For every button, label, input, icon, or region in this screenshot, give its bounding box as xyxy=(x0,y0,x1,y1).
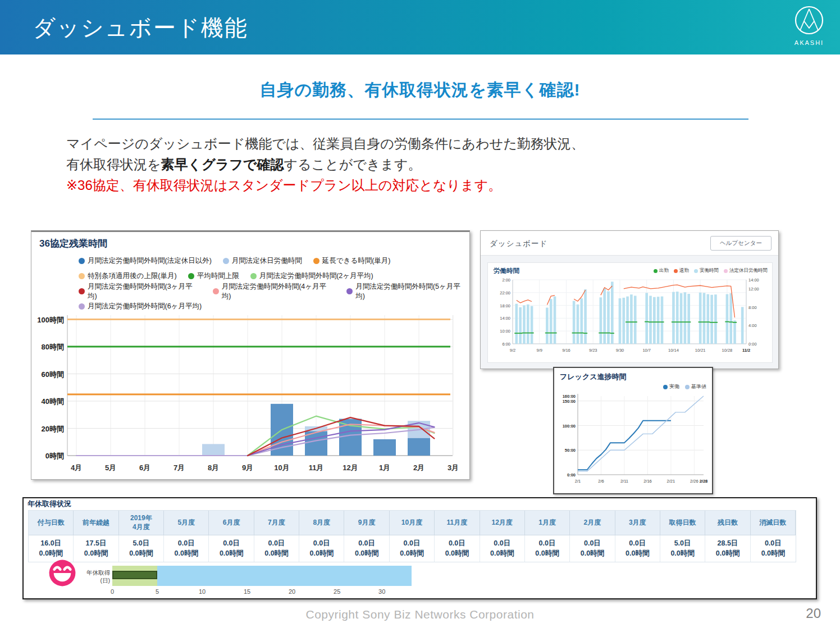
vacation-col-header: 1月度 xyxy=(525,511,570,535)
page-number: 20 xyxy=(806,606,821,621)
legend-label: 実働時間 xyxy=(700,267,719,274)
svg-text:9月: 9月 xyxy=(242,463,253,472)
svg-text:8:00: 8:00 xyxy=(748,305,757,310)
svg-text:20時間: 20時間 xyxy=(42,425,64,433)
vacation-status-panel: 年休取得状況 付与日数前年繰越2019年 4月度5月度6月度7月度8月度9月度1… xyxy=(22,497,817,599)
vacation-days-value: 17.5日 xyxy=(75,539,117,549)
svg-text:18:00: 18:00 xyxy=(500,303,510,308)
vacation-hours-value: 0.0時間 xyxy=(75,549,117,559)
vacation-hours-value: 0.0時間 xyxy=(30,549,72,559)
overtime-chart-panel: 36協定残業時間 月間法定労働時間外時間(法定休日以外)月間法定休日労働時間延長… xyxy=(31,230,470,480)
legend-dot-icon xyxy=(724,269,728,273)
akashi-logo: AKASHI xyxy=(787,4,831,52)
svg-text:3月: 3月 xyxy=(448,463,459,472)
legend-dot-icon xyxy=(694,269,698,273)
vacation-col-header: 3月度 xyxy=(615,511,660,535)
intro-line2-pre: 有休取得状況を xyxy=(66,157,161,172)
legend-item: 出勤 xyxy=(654,267,669,274)
vacation-col-header: 残日数 xyxy=(705,511,750,535)
vacation-hours-value: 0.0時間 xyxy=(436,549,478,559)
help-center-button[interactable]: ヘルプセンター xyxy=(710,236,771,251)
vacation-cell: 0.0日0.0時間 xyxy=(164,535,209,562)
vacation-cell: 5.0日0.0時間 xyxy=(660,535,705,562)
svg-text:10/21: 10/21 xyxy=(695,348,706,353)
vacation-days-value: 0.0日 xyxy=(571,539,613,549)
vacation-col-header: 5月度 xyxy=(164,511,209,535)
vacation-cell: 0.0日0.0時間 xyxy=(751,535,796,562)
svg-text:2/28: 2/28 xyxy=(700,479,708,484)
svg-text:9/30: 9/30 xyxy=(616,348,624,353)
gauge-tick-label: 0 xyxy=(111,588,114,595)
svg-text:2/6: 2/6 xyxy=(598,479,604,484)
svg-text:11月: 11月 xyxy=(309,463,324,472)
svg-text:2/11: 2/11 xyxy=(620,479,628,484)
vacation-cell: 17.5日0.0時間 xyxy=(74,535,118,562)
legend-dot-icon xyxy=(654,269,658,273)
vacation-col-header: 11月度 xyxy=(435,511,480,535)
vacation-hours-value: 0.0時間 xyxy=(300,549,343,559)
svg-text:60時間: 60時間 xyxy=(42,370,64,379)
svg-text:7月: 7月 xyxy=(174,463,185,472)
vacation-hours-value: 0.0時間 xyxy=(526,549,568,559)
vacation-hours-value: 0.0時間 xyxy=(661,549,704,559)
vacation-days-value: 0.0日 xyxy=(617,539,659,549)
intro-line2-bold: 素早くグラフで確認 xyxy=(161,157,284,172)
svg-text:5月: 5月 xyxy=(105,463,116,472)
svg-text:50:00: 50:00 xyxy=(565,448,576,453)
vacation-col-header: 10月度 xyxy=(390,511,435,535)
vacation-col-header: 7月度 xyxy=(254,511,299,535)
legend-item: 実働 xyxy=(663,383,679,390)
svg-text:2:00: 2:00 xyxy=(502,278,510,283)
svg-text:1月: 1月 xyxy=(379,463,390,472)
vacation-hours-value: 0.0時間 xyxy=(120,549,162,559)
heading-divider xyxy=(93,119,748,120)
vacation-hours-value: 0.0時間 xyxy=(345,549,387,559)
gauge-label: 年休取得 (日) xyxy=(77,569,110,584)
page-title: ダッシュボード機能 xyxy=(33,12,248,43)
gauge-tick-label: 15 xyxy=(244,588,250,595)
copyright-text: Copyright Sony Biz Networks Corporation xyxy=(0,608,840,621)
vacation-hours-value: 0.0時間 xyxy=(706,549,748,559)
vacation-cell: 0.0日0.0時間 xyxy=(480,535,525,562)
overtime-chart: 0時間20時間40時間60時間80時間100時間4月5月6月7月8月9月10月1… xyxy=(31,232,469,479)
dashboard-title: ダッシュボード xyxy=(490,239,547,249)
legend-dot-icon xyxy=(663,385,668,389)
legend-label: 出勤 xyxy=(659,267,669,274)
smiley-face-icon xyxy=(47,558,77,588)
svg-text:10/7: 10/7 xyxy=(642,348,651,353)
working-hours-card: 労働時間 出勤退勤実働時間法定休日労働時間 2:0022:0018:0014:0… xyxy=(487,262,773,363)
svg-text:12月: 12月 xyxy=(343,463,358,472)
svg-text:14:00: 14:00 xyxy=(500,316,510,321)
vacation-days-value: 0.0日 xyxy=(526,539,568,549)
vacation-days-value: 0.0日 xyxy=(391,539,433,549)
working-hours-legend: 出勤退勤実働時間法定休日労働時間 xyxy=(654,267,768,274)
svg-text:2/26: 2/26 xyxy=(690,479,699,484)
intro-line2-post: することができます。 xyxy=(284,157,421,172)
vacation-cell: 0.0日0.0時間 xyxy=(254,535,299,562)
svg-text:0:00: 0:00 xyxy=(748,342,757,347)
dashboard-screenshot-panel: ダッシュボード ヘルプセンター 労働時間 出勤退勤実働時間法定休日労働時間 2:… xyxy=(480,230,779,369)
svg-text:100:00: 100:00 xyxy=(563,424,576,429)
vacation-status-title: 年休取得状況 xyxy=(28,499,71,509)
svg-text:2月: 2月 xyxy=(413,463,424,472)
vacation-days-value: 0.0日 xyxy=(436,539,478,549)
legend-dot-icon xyxy=(685,385,690,389)
gauge-blue-zone xyxy=(157,566,412,586)
vacation-col-header: 9月度 xyxy=(344,511,389,535)
legend-item: 基準値 xyxy=(685,383,706,390)
intro-line1: マイページのダッシュボード機能では、従業員自身の労働条件にあわせた勤務状況、 xyxy=(66,136,585,151)
slide: ダッシュボード機能 AKASHI 自身の勤務、有休取得状況を素早く確認! マイペ… xyxy=(0,0,840,632)
vacation-days-value: 0.0日 xyxy=(752,539,795,549)
slide-heading: 自身の勤務、有休取得状況を素早く確認! xyxy=(0,79,840,102)
svg-text:9/23: 9/23 xyxy=(589,348,597,353)
svg-text:80時間: 80時間 xyxy=(42,343,64,351)
vacation-cell: 0.0日0.0時間 xyxy=(570,535,615,562)
svg-text:0時間: 0時間 xyxy=(45,452,64,460)
svg-text:2/16: 2/16 xyxy=(643,479,652,484)
vacation-hours-value: 0.0時間 xyxy=(165,549,207,559)
vacation-cell: 0.0日0.0時間 xyxy=(344,535,389,562)
vacation-cell: 0.0日0.0時間 xyxy=(209,535,254,562)
gauge-label-line2: (日) xyxy=(101,577,111,584)
vacation-days-value: 5.0日 xyxy=(661,539,704,549)
svg-text:4:00: 4:00 xyxy=(748,323,757,328)
